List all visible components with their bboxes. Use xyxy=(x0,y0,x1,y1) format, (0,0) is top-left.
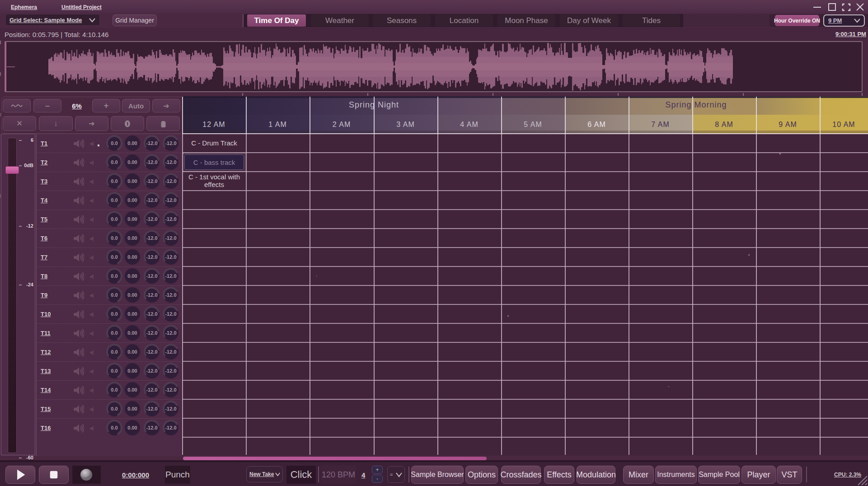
svg-text:0.00: 0.00 xyxy=(127,330,137,336)
svg-text:0.0: 0.0 xyxy=(111,425,117,430)
svg-text:0.00: 0.00 xyxy=(127,159,137,165)
svg-text:0.00: 0.00 xyxy=(127,368,137,374)
svg-text:-12.0: -12.0 xyxy=(146,406,157,411)
svg-text:-12.0: -12.0 xyxy=(146,254,157,260)
svg-text:0.00: 0.00 xyxy=(127,235,137,241)
svg-text:-12.0: -12.0 xyxy=(146,425,157,430)
svg-text:-12.0: -12.0 xyxy=(165,254,176,260)
svg-text:0.00: 0.00 xyxy=(127,273,137,279)
svg-text:0.00: 0.00 xyxy=(127,349,137,355)
svg-text:-12.0: -12.0 xyxy=(146,197,157,203)
svg-text:0.0: 0.0 xyxy=(111,349,117,355)
svg-text:-12.0: -12.0 xyxy=(165,216,176,222)
svg-text:-12.0: -12.0 xyxy=(146,216,157,222)
svg-text:-12.0: -12.0 xyxy=(146,311,157,317)
svg-text:-12.0: -12.0 xyxy=(165,273,176,279)
svg-text:-12.0: -12.0 xyxy=(165,330,176,336)
svg-text:0.00: 0.00 xyxy=(127,216,137,222)
svg-text:0.0: 0.0 xyxy=(111,273,117,279)
svg-text:0.0: 0.0 xyxy=(111,406,117,411)
svg-text:-12.0: -12.0 xyxy=(165,159,176,165)
svg-text:0.0: 0.0 xyxy=(111,368,117,374)
svg-text:0.0: 0.0 xyxy=(111,216,117,222)
svg-text:-12.0: -12.0 xyxy=(165,368,176,374)
svg-text:-12.0: -12.0 xyxy=(165,349,176,355)
svg-text:0.0: 0.0 xyxy=(111,292,117,298)
svg-text:-12.0: -12.0 xyxy=(165,406,176,411)
svg-text:-12.0: -12.0 xyxy=(146,159,157,165)
svg-text:0.0: 0.0 xyxy=(111,387,117,393)
svg-text:0.00: 0.00 xyxy=(127,425,137,430)
svg-text:0.00: 0.00 xyxy=(127,311,137,317)
svg-text:-12.0: -12.0 xyxy=(165,387,176,393)
svg-text:0.0: 0.0 xyxy=(111,311,117,317)
svg-text:0.0: 0.0 xyxy=(111,159,117,165)
svg-text:0.00: 0.00 xyxy=(127,406,137,411)
svg-text:0.00: 0.00 xyxy=(127,387,137,393)
svg-text:0.00: 0.00 xyxy=(127,197,137,203)
svg-text:0.00: 0.00 xyxy=(127,140,137,146)
svg-text:-12.0: -12.0 xyxy=(165,292,176,298)
svg-text:0.0: 0.0 xyxy=(111,235,117,241)
svg-text:-12.0: -12.0 xyxy=(165,311,176,317)
svg-text:-12.0: -12.0 xyxy=(165,425,176,430)
svg-text:0.0: 0.0 xyxy=(111,140,117,146)
svg-text:0.00: 0.00 xyxy=(127,292,137,298)
svg-text:0.0: 0.0 xyxy=(111,197,117,203)
svg-text:-12.0: -12.0 xyxy=(165,140,176,146)
svg-text:0.00: 0.00 xyxy=(127,254,137,260)
svg-text:-12.0: -12.0 xyxy=(165,235,176,241)
svg-text:-12.0: -12.0 xyxy=(146,273,157,279)
svg-text:-12.0: -12.0 xyxy=(146,140,157,146)
svg-text:-12.0: -12.0 xyxy=(146,349,157,355)
svg-text:-12.0: -12.0 xyxy=(146,330,157,336)
svg-text:-12.0: -12.0 xyxy=(165,197,176,203)
svg-text:-12.0: -12.0 xyxy=(146,292,157,298)
svg-text:0.0: 0.0 xyxy=(111,330,117,336)
svg-text:0.00: 0.00 xyxy=(127,178,137,184)
svg-text:-12.0: -12.0 xyxy=(146,387,157,393)
svg-text:-12.0: -12.0 xyxy=(146,235,157,241)
svg-text:0.0: 0.0 xyxy=(111,254,117,260)
svg-text:-12.0: -12.0 xyxy=(165,178,176,184)
svg-text:0.0: 0.0 xyxy=(111,178,117,184)
svg-text:-12.0: -12.0 xyxy=(146,178,157,184)
svg-text:-12.0: -12.0 xyxy=(146,368,157,374)
